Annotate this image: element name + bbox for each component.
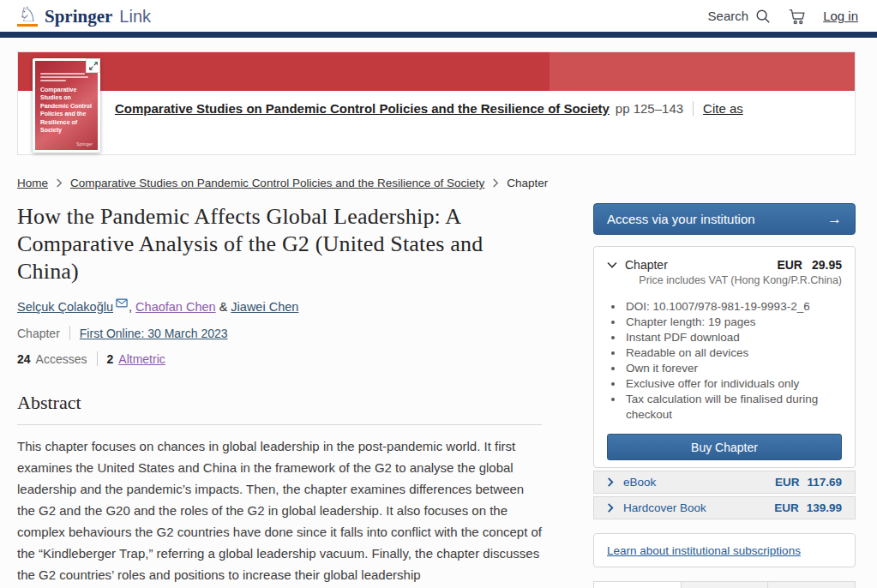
tab-references[interactable]: References <box>768 581 856 588</box>
abstract-divider <box>17 424 542 425</box>
ebook-label: eBook <box>623 476 656 489</box>
article-column: How the Pandemic Affects Global Leadersh… <box>17 203 542 588</box>
brand-suffix: Link <box>119 6 151 27</box>
breadcrumb-home[interactable]: Home <box>17 177 48 189</box>
access-institution-button[interactable]: Access via your institution → <box>593 203 856 235</box>
search-icon <box>755 9 771 24</box>
breadcrumb-current: Chapter <box>507 177 548 189</box>
chapter-currency: EUR <box>777 258 802 272</box>
access-institution-label: Access via your institution <box>607 212 755 226</box>
chapter-offer-card: Chapter EUR29.95 Price includes VAT (Hon… <box>593 246 856 468</box>
cover-publisher-mark: Springer <box>76 141 93 147</box>
first-online-link[interactable]: First Online: 30 March 2023 <box>80 327 228 340</box>
banner-title-row: Comparative Studies on Pandemic Control … <box>115 101 743 116</box>
offer-feature: Own it forever <box>624 361 842 376</box>
header-actions: Search Log in <box>708 8 858 25</box>
altmetric-count: 2 <box>107 352 114 366</box>
content-type-label: Chapter <box>17 327 60 340</box>
chapter-amount: 29.95 <box>812 258 842 272</box>
author-ampersand: & <box>219 300 228 314</box>
cart-icon[interactable] <box>788 8 806 25</box>
offer-feature: DOI: 10.1007/978-981-19-9993-2_6 <box>624 299 842 315</box>
vat-note: Price includes VAT (Hong Kong/P.R.China) <box>607 274 842 286</box>
ebook-price: EUR117.69 <box>775 476 842 489</box>
main-content: How the Pandemic Affects Global Leadersh… <box>17 203 856 588</box>
expand-cover-button[interactable] <box>86 58 100 73</box>
chevron-right-icon <box>607 477 614 487</box>
chapter-offer-label: Chapter <box>625 258 668 272</box>
book-title-link[interactable]: Comparative Studies on Pandemic Control … <box>115 101 610 116</box>
site-header: ♘ Springer Link Search Log in <box>0 0 877 32</box>
abstract-text: This chapter focuses on chances in globa… <box>17 435 542 588</box>
ebook-option-row[interactable]: eBook EUR117.69 <box>593 471 856 494</box>
tab-sections[interactable]: Sections <box>593 581 682 588</box>
book-banner: Comparative Studies on Pandemic Control … <box>17 51 856 155</box>
article-metrics: 24 Accesses 2 Altmetric <box>17 351 542 366</box>
chapter-offer-toggle[interactable]: Chapter <box>607 258 668 272</box>
cover-title: Comparative Studies on Pandemic Control … <box>40 86 93 135</box>
breadcrumb: Home Comparative Studies on Pandemic Con… <box>17 177 856 189</box>
hardcover-amount: 139.99 <box>807 501 842 514</box>
email-icon[interactable] <box>116 297 128 310</box>
tab-figures[interactable]: Figures <box>682 581 769 588</box>
institutional-subscriptions-link[interactable]: Learn about institutional subscriptions <box>607 544 801 557</box>
chevron-right-icon <box>607 503 614 513</box>
ebook-currency: EUR <box>775 476 800 489</box>
abstract-heading: Abstract <box>17 392 542 414</box>
breadcrumb-book[interactable]: Comparative Studies on Pandemic Control … <box>70 177 484 189</box>
chevron-right-icon <box>56 178 63 188</box>
offer-feature-list: DOI: 10.1007/978-981-19-9993-2_6 Chapter… <box>613 299 842 423</box>
page-range: pp 125–143 <box>616 101 683 116</box>
login-link[interactable]: Log in <box>823 9 858 23</box>
cover-author-lines <box>40 73 93 81</box>
divider <box>97 351 98 366</box>
buy-chapter-button[interactable]: Buy Chapter <box>607 434 842 460</box>
author-list: Selçuk Çolakoğlu , Chaofan Chen & Jiawei… <box>17 297 542 314</box>
springer-horse-icon: ♘ <box>17 5 38 27</box>
divider <box>69 326 70 340</box>
hardcover-currency: EUR <box>774 501 799 514</box>
arrow-right-icon: → <box>827 211 842 228</box>
hardcover-label: Hardcover Book <box>623 501 706 514</box>
author-link-3[interactable]: Jiawei Chen <box>231 300 298 314</box>
accesses-label: Accesses <box>36 352 87 366</box>
author-link-1[interactable]: Selçuk Çolakoğlu <box>17 300 113 314</box>
chapter-offer-header: Chapter EUR29.95 <box>607 258 842 272</box>
book-cover-thumbnail[interactable]: Comparative Studies on Pandemic Control … <box>33 58 100 153</box>
accesses-count: 24 <box>17 352 31 366</box>
book-cover-art: Comparative Studies on Pandemic Control … <box>35 61 98 150</box>
banner-red-band <box>18 52 855 91</box>
offer-feature: Exclusive offer for individuals only <box>624 376 842 392</box>
chapter-price: EUR29.95 <box>777 258 842 272</box>
expand-icon <box>88 61 99 71</box>
brand-name: Springer <box>45 6 112 27</box>
offer-feature: Chapter length: 19 pages <box>624 315 842 330</box>
search-button[interactable]: Search <box>708 9 772 24</box>
ebook-amount: 117.69 <box>807 476 842 489</box>
author-link-2[interactable]: Chaofan Chen <box>135 300 216 314</box>
divider <box>693 101 694 116</box>
sidebar-tabs: Sections Figures References <box>593 581 856 588</box>
springer-link-logo[interactable]: ♘ Springer Link <box>17 5 151 27</box>
chevron-right-icon <box>492 178 499 188</box>
hardcover-option-row[interactable]: Hardcover Book EUR139.99 <box>593 496 856 519</box>
institutional-subscriptions-box: Learn about institutional subscriptions <box>593 533 856 567</box>
offer-feature: Tax calculation will be finalised during… <box>624 392 842 423</box>
purchase-sidebar: Access via your institution → Chapter EU… <box>593 203 856 588</box>
top-navy-bar <box>0 32 877 38</box>
chevron-down-icon <box>607 261 617 269</box>
offer-feature: Readable on all devices <box>624 345 842 361</box>
hardcover-price: EUR139.99 <box>774 501 842 514</box>
search-label: Search <box>708 9 749 23</box>
page-title: How the Pandemic Affects Global Leadersh… <box>17 203 542 285</box>
article-meta: Chapter First Online: 30 March 2023 <box>17 326 542 340</box>
altmetric-link[interactable]: Altmetric <box>118 352 165 366</box>
cite-as-link[interactable]: Cite as <box>703 101 743 116</box>
offer-feature: Instant PDF download <box>624 330 842 345</box>
author-separator: , <box>129 300 132 314</box>
